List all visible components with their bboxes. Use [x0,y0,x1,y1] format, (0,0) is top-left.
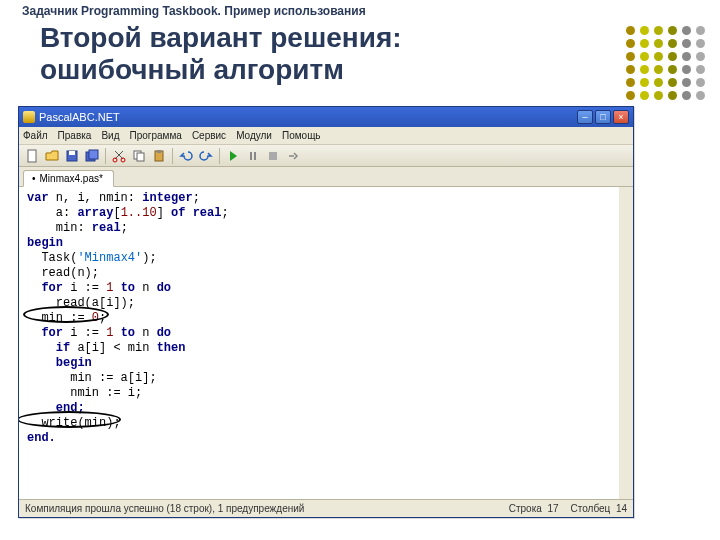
statusbar: Компиляция прошла успешно (18 строк), 1 … [19,499,633,517]
vertical-scrollbar[interactable]: ▲ ▼ [619,187,633,499]
copy-icon[interactable] [130,147,148,165]
decorative-dot-grid [626,26,706,100]
svg-rect-11 [250,152,252,160]
paste-icon[interactable] [150,147,168,165]
svg-rect-12 [254,152,256,160]
cursor-column: Столбец 14 [571,503,627,514]
tabbar: • Minmax4.pas* [19,167,633,187]
close-button[interactable]: × [613,110,629,124]
menu-service[interactable]: Сервис [192,130,226,141]
toolbar [19,145,633,167]
menu-modules[interactable]: Модули [236,130,272,141]
svg-rect-2 [69,151,75,155]
cut-icon[interactable] [110,147,128,165]
svg-rect-0 [28,150,36,162]
tab-minmax4[interactable]: • Minmax4.pas* [23,170,114,187]
menu-help[interactable]: Помощь [282,130,321,141]
app-icon [23,111,35,123]
scroll-down-icon[interactable]: ▼ [620,485,633,499]
window-controls: – □ × [577,110,629,124]
app-title: PascalABC.NET [39,111,120,123]
scroll-up-icon[interactable]: ▲ [620,187,633,201]
save-icon[interactable] [63,147,81,165]
tab-modified-marker: • [32,173,36,184]
title-line-2: ошибочный алгоритм [40,54,680,86]
menu-file[interactable]: Файл [23,130,48,141]
slide-header: Задачник Programming Taskbook. Пример ис… [0,0,720,22]
menubar: Файл Правка Вид Программа Сервис Модули … [19,127,633,145]
tab-label: Minmax4.pas* [40,173,103,184]
slide-title: Второй вариант решения: ошибочный алгори… [0,22,720,86]
ide-window: PascalABC.NET – □ × Файл Правка Вид Прог… [18,106,634,518]
open-icon[interactable] [43,147,61,165]
cursor-line: Строка 17 [509,503,559,514]
svg-rect-10 [157,150,161,153]
maximize-button[interactable]: □ [595,110,611,124]
svg-rect-13 [269,152,277,160]
title-line-1: Второй вариант решения: [40,22,680,54]
menu-view[interactable]: Вид [101,130,119,141]
minimize-button[interactable]: – [577,110,593,124]
save-all-icon[interactable] [83,147,101,165]
svg-rect-4 [89,150,98,159]
code-editor[interactable]: var n, i, nmin: integer; a: array[1..10]… [19,187,633,499]
titlebar[interactable]: PascalABC.NET – □ × [19,107,633,127]
step-icon[interactable] [284,147,302,165]
undo-icon[interactable] [177,147,195,165]
run-icon[interactable] [224,147,242,165]
stop-icon[interactable] [264,147,282,165]
menu-program[interactable]: Программа [129,130,181,141]
menu-edit[interactable]: Правка [58,130,92,141]
pause-icon[interactable] [244,147,262,165]
svg-rect-8 [137,153,144,161]
compile-status: Компиляция прошла успешно (18 строк), 1 … [25,503,304,514]
redo-icon[interactable] [197,147,215,165]
new-file-icon[interactable] [23,147,41,165]
